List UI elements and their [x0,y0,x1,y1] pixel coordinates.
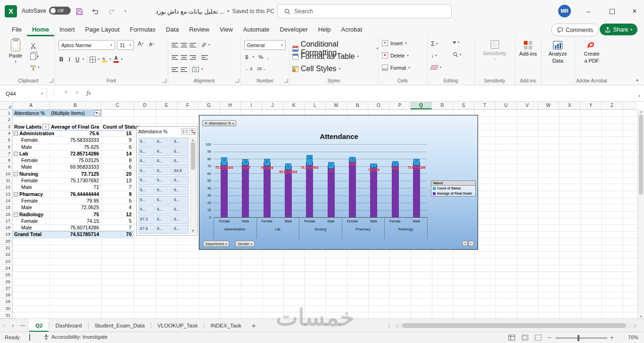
create-pdf-button[interactable]: Create a PDF [578,41,606,64]
slicer-item[interactable]: 64.8 [173,167,189,176]
decrease-decimal-icon[interactable]: .00→ [256,66,266,71]
slicer-scrollbar[interactable]: ▴ ▾ [190,138,196,233]
slicer-item[interactable]: 6... [173,138,189,147]
pivot-chart[interactable]: 0102030405060708090100975.58333333Female… [199,115,478,250]
save-button[interactable] [74,7,85,16]
clipboard-dialog-launcher[interactable] [50,79,53,82]
row-header-16[interactable]: 16 [0,211,13,218]
column-header-O[interactable]: O [368,102,389,109]
autosum-button[interactable]: Σ▾ [431,40,438,47]
slicer-item[interactable]: 6... [173,225,189,234]
column-header-N[interactable]: N [347,102,368,109]
column-header-S[interactable]: S [453,102,474,109]
row-header-4[interactable]: 4 [0,130,13,137]
column-header-M[interactable]: M [326,102,347,109]
page-break-view-button[interactable] [535,335,542,341]
name-box[interactable]: Q44▾ [0,87,47,100]
row-header-7[interactable]: 7 [0,150,13,157]
column-header-K[interactable]: K [283,102,305,109]
redo-button[interactable] [106,7,117,16]
avatar[interactable]: MR [558,5,571,17]
zoom-level[interactable]: 70% [620,335,638,340]
sheet-tab-student_exam_data[interactable]: Student_Exam_Data [89,319,151,332]
ribbon-tab-automate[interactable]: Automate [238,23,275,36]
pivot-collapse-button[interactable]: − [14,212,18,217]
column-header-C[interactable]: C [101,102,134,109]
row-header-29[interactable]: 29 [0,298,13,305]
italic-button[interactable]: I [66,56,72,63]
quick-access-chevron[interactable]: ▾ [120,7,131,16]
find-select-button[interactable]: ▾ [453,52,462,57]
chart-field-button-attendance[interactable]: Attendance %▾ [202,120,236,126]
enter-button[interactable]: ✓ [73,89,82,96]
row-header-25[interactable]: 25 [0,271,13,278]
slicer-scroll-down-icon[interactable]: ▾ [192,229,194,233]
row-header-24[interactable]: 24 [0,265,13,271]
cut-button[interactable] [30,41,36,50]
slicer-item[interactable]: 6... [156,147,172,156]
next-sheet-button[interactable]: › [8,319,17,332]
column-header-I[interactable]: I [241,102,262,109]
font-name-combo[interactable]: Aptos Narrow▾ [58,40,115,50]
column-header-H[interactable]: H [220,102,241,109]
slicer-item[interactable]: 6... [139,138,155,147]
scroll-up-arrow[interactable]: ▴ [640,110,642,114]
copy-button[interactable]: ▾ [30,52,39,61]
format-cells-button[interactable]: Format ▾ [382,65,410,71]
zoom-slider-knob[interactable] [578,335,579,341]
align-right-icon[interactable] [190,55,196,60]
row-header-5[interactable]: 5 [0,137,13,143]
page-layout-view-button[interactable] [521,335,528,341]
align-bottom-icon[interactable] [190,42,196,48]
slicer-item[interactable]: 6... [173,186,189,195]
merge-center-icon[interactable] [192,67,199,72]
chart-field-button-gender[interactable]: Gender▾ [235,241,255,247]
column-header-X[interactable]: X [559,102,580,109]
column-header-F[interactable]: F [177,102,198,109]
slicer-item[interactable]: 6... [156,205,172,214]
pivot-collapse-button[interactable]: − [14,131,18,136]
font-color-icon[interactable]: A [114,56,119,63]
slicer-item[interactable]: 6... [139,196,155,205]
column-header-E[interactable]: E [156,102,177,109]
row-header-1[interactable]: 1 [0,110,13,116]
delete-cells-button[interactable]: × Delete ▾ [382,52,409,58]
select-all-button[interactable] [0,102,13,109]
normal-view-button[interactable] [508,335,515,341]
font-color-chevron-icon[interactable]: ▾ [121,57,123,61]
currency-format-icon[interactable]: $ [245,54,248,60]
align-center-icon[interactable] [181,55,187,60]
slicer-item[interactable]: 6... [139,167,155,176]
slicer-item[interactable]: 6... [156,196,172,205]
column-header-R[interactable]: R [432,102,453,109]
column-header-T[interactable]: T [474,102,495,109]
restore-button[interactable] [604,0,619,23]
row-labels-filter-button[interactable]: ▾ [42,124,49,130]
scroll-left-arrow[interactable]: ‹ [396,323,398,328]
slicer-item[interactable]: 6... [156,215,172,224]
ribbon-tab-view[interactable]: View [215,23,238,36]
share-button[interactable]: Share ▾ [600,24,637,35]
row-header-18[interactable]: 18 [0,224,13,231]
row-header-8[interactable]: 8 [0,157,13,163]
font-size-combo[interactable]: 11▾ [117,40,134,50]
insert-function-button[interactable]: fx [84,89,93,97]
analyze-data-button[interactable]: Analyze Data [544,41,572,64]
ribbon-tab-formulas[interactable]: Formulas [125,23,161,36]
slicer-item[interactable]: 6... [156,157,172,166]
row-header-10[interactable]: 10 [0,171,13,177]
underline-button[interactable]: U [74,56,80,63]
row-header-27[interactable]: 27 [0,285,13,292]
slicer-item[interactable]: 6... [139,186,155,195]
slicer-item[interactable]: 67.9 [139,225,155,234]
column-header-U[interactable]: U [495,102,517,109]
prev-sheet-button[interactable]: ‹ [0,319,8,332]
fill-button[interactable]: ↓▾ [431,52,437,59]
zoom-out-button[interactable]: − [548,334,552,341]
row-header-21[interactable]: 21 [0,245,13,251]
percent-format-icon[interactable]: % [258,54,263,60]
ribbon-tab-insert[interactable]: Insert [54,23,80,36]
row-header-31[interactable]: 31 [0,312,13,318]
slicer-item[interactable]: 6... [139,176,155,185]
ribbon-tab-review[interactable]: Review [184,23,215,36]
